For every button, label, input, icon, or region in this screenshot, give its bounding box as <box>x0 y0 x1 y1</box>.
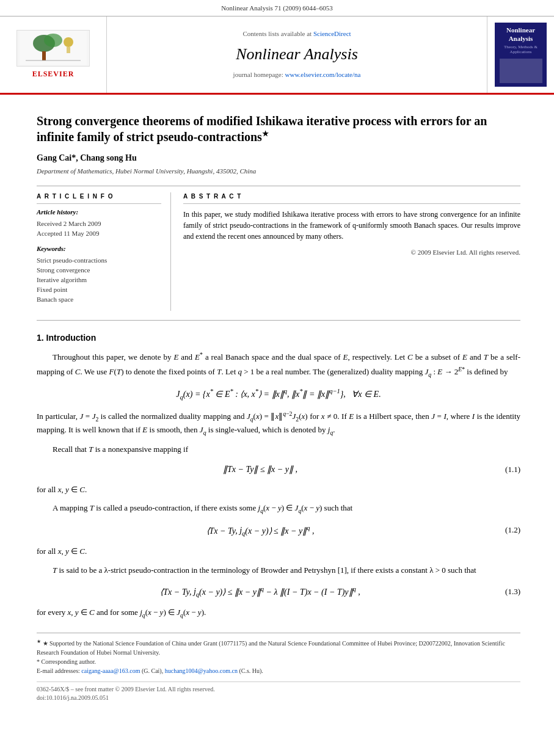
keyword-2: Strong convergence <box>37 266 161 275</box>
eq-jq-content: Jq(x) = {x* ∈ E* : ⟨x, x*⟩ = ‖x‖q, ‖x*‖ … <box>37 387 520 402</box>
keywords-title: Keywords: <box>37 244 161 254</box>
article-info: A R T I C L E I N F O Article history: R… <box>37 192 171 311</box>
intro-para3: Recall that T is a nonexpansive mapping … <box>37 443 520 456</box>
intro-para7: T is said to be a λ-strict pseudo-contra… <box>37 564 520 577</box>
svg-point-4 <box>64 37 73 47</box>
affiliation-text: Department of Mathematics, Hubei Normal … <box>37 167 256 175</box>
intro-section-title: 1. Introduction <box>37 332 520 344</box>
intro-para2: In particular, J = J2 is called the norm… <box>37 409 520 438</box>
license-text: 0362-546X/$ – see front matter © 2009 El… <box>37 685 520 694</box>
accepted-date: Accepted 11 May 2009 <box>37 229 161 239</box>
email-2-link[interactable]: huchang1004@yahoo.com.cn <box>165 667 238 674</box>
intro-para5: A mapping T is called a pseudo-contracti… <box>37 502 520 515</box>
journal-cover-image: Nonlinear Analysis Theory, Methods & App… <box>495 23 547 87</box>
journal-header: ELSEVIER Contents lists available at Sci… <box>0 16 554 95</box>
contents-available-line: Contents lists available at ScienceDirec… <box>242 29 351 39</box>
keyword-3: Iterative algorithm <box>37 275 161 285</box>
copyright: © 2009 Elsevier Ltd. All rights reserved… <box>183 248 520 258</box>
abstract: A B S T R A C T In this paper, we study … <box>183 192 520 311</box>
elsevier-label: ELSEVIER <box>32 69 75 79</box>
bottom-strip: 0362-546X/$ – see front matter © 2009 El… <box>37 681 520 703</box>
footnote-corresponding: * Corresponding author. <box>37 657 520 666</box>
keyword-1: Strict pseudo-contractions <box>37 256 161 266</box>
footnote-star: ★ ★ Supported by the National Science Fo… <box>37 638 520 657</box>
cover-title: Nonlinear Analysis <box>498 26 544 42</box>
authors: Gang Cai*, Chang song Hu <box>37 152 520 164</box>
svg-rect-5 <box>67 47 70 53</box>
homepage-line: journal homepage: www.elsevier.com/locat… <box>233 70 361 80</box>
keyword-4: Fixed point <box>37 285 161 295</box>
affiliation: Department of Mathematics, Hubei Normal … <box>37 167 520 176</box>
article-history: Article history: Received 2 March 2009 A… <box>37 208 161 239</box>
article-keywords: Keywords: Strict pseudo-contractions Str… <box>37 244 161 305</box>
eq-1-3-number: (1.3) <box>484 586 520 598</box>
emails-label: E-mail addresses: <box>37 667 81 674</box>
section-divider <box>37 320 520 321</box>
eq-1-3-content: ⟨Tx − Ty, jq(x − y)⟩ ≤ ‖x − y‖q − λ ‖(I … <box>37 584 484 600</box>
footnote-emails: E-mail addresses: caigang-aaaa@163.com (… <box>37 666 520 675</box>
svg-rect-3 <box>42 51 46 60</box>
eq-1-2-number: (1.2) <box>484 525 520 536</box>
cover-subtitle: Theory, Methods & Applications <box>498 45 544 55</box>
article-title: Strong convergence theorems of modified … <box>37 113 520 145</box>
svg-point-2 <box>44 34 62 47</box>
elsevier-logo-area: ELSEVIER <box>0 16 107 93</box>
para-for-all-xy-1: for all x, y ∈ C. <box>37 484 520 496</box>
email-2-name: (C.s. Hu). <box>239 667 263 674</box>
eq-1-1-content: ‖Tx − Ty‖ ≤ ‖x − y‖ , <box>37 463 484 476</box>
authors-text: Gang Cai*, Chang song Hu <box>37 153 137 162</box>
section-name: Introduction <box>46 333 97 343</box>
eq-1-2-content: ⟨Tx − Ty, jq(x − y)⟩ ≤ ‖x − y‖q , <box>37 523 484 539</box>
journal-name: Nonlinear Analysis <box>236 43 358 66</box>
para-for-all-xy-2: for all x, y ∈ C. <box>37 545 520 558</box>
eq-1-1-number: (1.1) <box>484 464 520 476</box>
citation-text: Nonlinear Analysis 71 (2009) 6044–6053 <box>221 4 333 12</box>
eq-1-1: ‖Tx − Ty‖ ≤ ‖x − y‖ , (1.1) <box>37 463 520 476</box>
eq-1-2: ⟨Tx − Ty, jq(x − y)⟩ ≤ ‖x − y‖q , (1.2) <box>37 523 520 539</box>
eq-1-3: ⟨Tx − Ty, jq(x − y)⟩ ≤ ‖x − y‖q − λ ‖(I … <box>37 584 520 600</box>
section-number: 1. <box>37 333 44 343</box>
abstract-title: A B S T R A C T <box>183 192 520 204</box>
doi-text: doi:10.1016/j.na.2009.05.051 <box>37 694 520 703</box>
para-for-every-xy: for every x, y ∈ C and for some jq(x − y… <box>37 606 520 620</box>
title-star: ★ <box>262 129 269 138</box>
page: Nonlinear Analysis 71 (2009) 6044–6053 <box>0 0 554 756</box>
homepage-label: journal homepage: <box>233 71 285 78</box>
journal-title-area: Contents lists available at ScienceDirec… <box>107 16 487 93</box>
footnote-star-text: ★ Supported by the National Science Foun… <box>37 640 505 656</box>
article-body: Strong convergence theorems of modified … <box>0 95 554 715</box>
journal-cover-area: Nonlinear Analysis Theory, Methods & App… <box>487 16 554 93</box>
email-1-name: (G. Cai), <box>142 667 163 674</box>
sciencedirect-link[interactable]: ScienceDirect <box>313 30 351 37</box>
title-text: Strong convergence theorems of modified … <box>37 114 487 144</box>
eq-jq: Jq(x) = {x* ∈ E* : ⟨x, x*⟩ = ‖x‖q, ‖x*‖ … <box>37 387 520 402</box>
received-date: Received 2 March 2009 <box>37 219 161 229</box>
corresponding-author: * Corresponding author. <box>37 658 96 665</box>
journal-citation: Nonlinear Analysis 71 (2009) 6044–6053 <box>0 0 554 16</box>
elsevier-logo-image <box>16 30 90 67</box>
article-info-title: A R T I C L E I N F O <box>37 192 161 204</box>
abstract-text: In this paper, we study modified Ishikaw… <box>183 209 520 242</box>
info-abstract-area: A R T I C L E I N F O Article history: R… <box>37 192 520 311</box>
footnotes: ★ ★ Supported by the National Science Fo… <box>37 633 520 675</box>
homepage-link[interactable]: www.elsevier.com/locate/na <box>285 71 361 78</box>
history-title: Article history: <box>37 208 161 217</box>
contents-label: Contents lists available at <box>242 30 313 37</box>
email-1-link[interactable]: caigang-aaaa@163.com <box>81 667 140 674</box>
header-divider <box>37 186 520 186</box>
intro-para1: Throughout this paper, we denote by E an… <box>37 350 520 379</box>
keyword-5: Banach space <box>37 295 161 305</box>
